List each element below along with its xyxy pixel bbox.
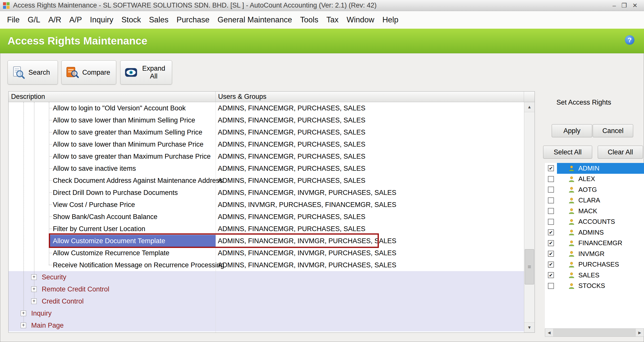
user-row-body[interactable]: AOTG <box>557 184 644 195</box>
user-row-admin[interactable]: ✔ADMIN <box>545 163 644 174</box>
expand-icon[interactable]: + <box>31 274 37 280</box>
user-row-alex[interactable]: ALEX <box>545 174 644 185</box>
category-row-credit-control[interactable]: +Credit Control <box>9 295 524 307</box>
grid-row[interactable]: Allow to save greater than Maximum Selli… <box>9 126 524 138</box>
user-row-body[interactable]: ADMINS <box>557 227 644 238</box>
scroll-up-icon[interactable]: ▲ <box>524 102 535 112</box>
maximize-button[interactable]: ❐ <box>621 3 627 9</box>
user-row-body[interactable]: CLARA <box>557 195 644 206</box>
menu-item-tax[interactable]: Tax <box>322 15 342 24</box>
checkbox[interactable]: ✔ <box>548 165 554 171</box>
search-button[interactable]: Search <box>8 60 58 84</box>
checkbox[interactable]: ✔ <box>548 229 554 235</box>
compare-button[interactable]: Compare <box>61 60 116 84</box>
grid-row[interactable]: View Cost / Purchase PriceADMINS, INVMGR… <box>9 199 524 211</box>
vertical-scroll-thumb[interactable]: ≡ <box>525 249 534 284</box>
menu-item-stock[interactable]: Stock <box>117 15 145 24</box>
menu-item-tools[interactable]: Tools <box>296 15 322 24</box>
expand-icon[interactable]: + <box>21 323 26 328</box>
user-list: ✔ADMINALEXAOTGCLARAMACKACCOUNTS✔ADMINS✔F… <box>545 163 644 328</box>
user-row-admins[interactable]: ✔ADMINS <box>545 227 644 238</box>
cancel-button[interactable]: Cancel <box>593 124 633 137</box>
row-users: ADMINS, FINANCEMGR, PURCHASES, SALES <box>216 175 524 187</box>
expand-icon[interactable]: + <box>21 311 26 316</box>
user-row-purchases[interactable]: ✔PURCHASES <box>545 259 644 270</box>
grid-row[interactable]: Allow Customize Recurrence TemplateADMIN… <box>9 247 524 259</box>
user-icon <box>568 197 575 204</box>
user-row-aotg[interactable]: AOTG <box>545 184 644 195</box>
checkbox[interactable] <box>548 197 554 203</box>
user-row-accounts[interactable]: ACCOUNTS <box>545 217 644 227</box>
user-row-stocks[interactable]: STOCKS <box>545 281 644 291</box>
vertical-scrollbar[interactable]: ▲ ≡ ▼ <box>524 102 535 332</box>
grid-row[interactable]: Allow to save greater than Maximum Purch… <box>9 150 524 162</box>
category-row-security[interactable]: +Security <box>9 271 524 283</box>
scroll-left-icon[interactable]: ◀ <box>545 329 553 336</box>
user-row-body[interactable]: ADMIN <box>557 163 644 174</box>
category-row-remote-credit-control[interactable]: +Remote Credit Control <box>9 283 524 295</box>
user-name: ACCOUNTS <box>578 218 615 226</box>
grid-row[interactable]: Filter by Current User LocationADMINS, F… <box>9 223 524 235</box>
column-header-description[interactable]: Description <box>9 92 216 102</box>
category-row-inquiry[interactable]: +Inquiry <box>9 307 524 319</box>
horizontal-scrollbar[interactable]: ◀ ▶ <box>545 328 644 337</box>
grid-row[interactable]: Receive Notification Message on Recurren… <box>9 259 524 271</box>
grid-row[interactable]: Direct Drill Down to Purchase DocumentsA… <box>9 187 524 199</box>
user-row-body[interactable]: MACK <box>557 206 644 217</box>
menu-item-a-r[interactable]: A/R <box>44 15 65 24</box>
select-all-button[interactable]: Select All <box>543 146 592 159</box>
expand-all-button[interactable]: Expand All <box>120 60 172 84</box>
grid-row[interactable]: Allow to save lower than Minimum Purchas… <box>9 138 524 150</box>
user-row-body[interactable]: PURCHASES <box>557 259 644 270</box>
checkbox[interactable] <box>548 219 554 225</box>
grid-row[interactable]: Show Bank/Cash Account BalanceADMINS, FI… <box>9 211 524 223</box>
checkbox[interactable] <box>548 187 554 193</box>
checkbox[interactable]: ✔ <box>548 272 554 278</box>
user-row-invmgr[interactable]: ✔INVMGR <box>545 248 644 259</box>
user-row-clara[interactable]: CLARA <box>545 195 644 206</box>
grid-row[interactable]: Check Document Address Against Maintenan… <box>9 175 524 187</box>
menu-item-window[interactable]: Window <box>343 15 378 24</box>
grid-row[interactable]: Allow Customize Document TemplateADMINS,… <box>9 235 524 247</box>
column-header-users[interactable]: Users & Groups <box>216 92 524 102</box>
help-icon[interactable]: ? <box>625 35 634 45</box>
grid-row[interactable]: Allow to login to "Old Version" Account … <box>9 102 524 114</box>
user-row-mack[interactable]: MACK <box>545 206 644 217</box>
close-button[interactable]: ✕ <box>632 3 637 9</box>
grid-row[interactable]: Allow to save inactive itemsADMINS, FINA… <box>9 162 524 175</box>
user-row-financemgr[interactable]: ✔FINANCEMGR <box>545 238 644 249</box>
user-row-body[interactable]: STOCKS <box>557 281 644 291</box>
checkbox[interactable]: ✔ <box>548 251 554 257</box>
scroll-down-icon[interactable]: ▼ <box>524 322 535 332</box>
menu-item-inquiry[interactable]: Inquiry <box>86 15 117 24</box>
horizontal-scroll-thumb[interactable] <box>553 329 635 336</box>
menu-item-g-l[interactable]: G/L <box>24 15 44 24</box>
user-row-body[interactable]: FINANCEMGR <box>557 238 644 249</box>
scroll-right-icon[interactable]: ▶ <box>635 329 644 336</box>
user-row-body[interactable]: INVMGR <box>557 248 644 259</box>
apply-button[interactable]: Apply <box>552 124 592 137</box>
clear-all-button[interactable]: Clear All <box>598 146 643 159</box>
user-row-body[interactable]: SALES <box>557 270 644 281</box>
checkbox[interactable]: ✔ <box>548 240 554 246</box>
user-row-sales[interactable]: ✔SALES <box>545 270 644 281</box>
menu-item-a-p[interactable]: A/P <box>65 15 86 24</box>
grid-row[interactable]: Allow to save lower than Minimum Selling… <box>9 114 524 126</box>
checkbox[interactable] <box>548 283 554 289</box>
category-label: Credit Control <box>42 297 84 305</box>
checkbox[interactable] <box>548 176 554 182</box>
user-row-body[interactable]: ACCOUNTS <box>557 217 644 227</box>
checkbox[interactable] <box>548 208 554 214</box>
category-row-main-page[interactable]: +Main Page <box>9 319 524 331</box>
expand-icon[interactable]: + <box>31 298 37 304</box>
minimize-button[interactable]: – <box>613 3 616 9</box>
menu-item-file[interactable]: File <box>3 15 24 24</box>
checkbox[interactable]: ✔ <box>548 262 554 268</box>
expand-icon[interactable]: + <box>31 286 37 292</box>
menu-item-general-maintenance[interactable]: General Maintenance <box>214 15 296 24</box>
grid-rows: Allow to login to "Old Version" Account … <box>9 102 524 332</box>
user-row-body[interactable]: ALEX <box>557 174 644 185</box>
menu-item-purchase[interactable]: Purchase <box>173 15 214 24</box>
menu-item-sales[interactable]: Sales <box>145 15 173 24</box>
menu-item-help[interactable]: Help <box>378 15 403 24</box>
